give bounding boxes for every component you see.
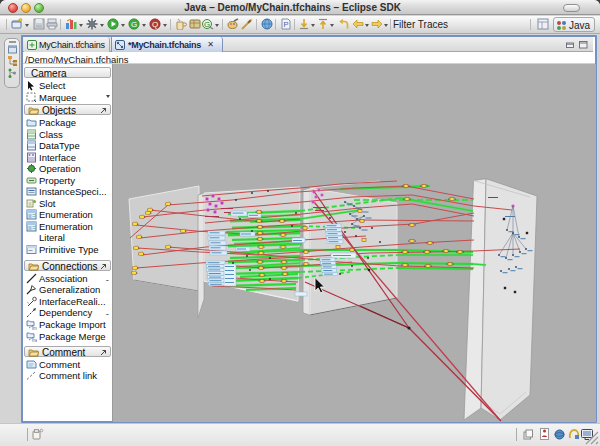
svg-text:G: G bbox=[204, 20, 210, 29]
svg-text:G: G bbox=[131, 20, 137, 29]
svg-text:me: me bbox=[32, 338, 37, 343]
svg-text:im: im bbox=[32, 326, 37, 331]
svg-text:P: P bbox=[283, 20, 288, 29]
svg-text:Q: Q bbox=[152, 20, 158, 29]
